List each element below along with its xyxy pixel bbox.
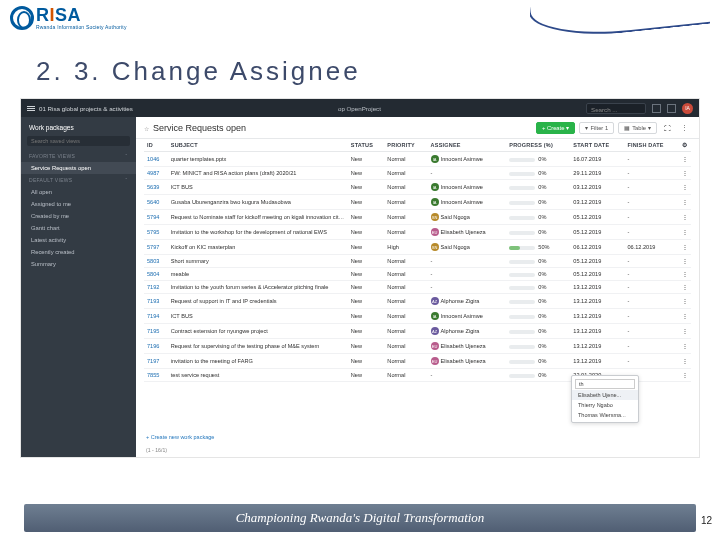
cell-id[interactable]: 5794 [144,210,168,225]
table-row[interactable]: 5797 Kickoff on KIC masterplan New High … [144,240,691,255]
cell-priority[interactable]: Normal [384,281,427,294]
cell-finish[interactable]: - [624,255,679,268]
project-title[interactable]: 01 Risa global projects & activities [39,105,133,112]
table-row[interactable]: 5804 meable New Normal - 0% 05.12.2019 -… [144,268,691,281]
cell-id[interactable]: 7196 [144,339,168,354]
table-row[interactable]: 7192 Invitation to the youth forum serie… [144,281,691,294]
cell-status[interactable]: New [348,225,385,240]
cell-finish[interactable]: 06.12.2019 [624,240,679,255]
table-row[interactable]: 7196 Request for supervising of the test… [144,339,691,354]
cell-progress[interactable]: 0% [506,339,570,354]
cell-status[interactable]: New [348,294,385,309]
cell-id[interactable]: 7193 [144,294,168,309]
cell-row-menu[interactable]: ⋮ [679,152,691,167]
cell-priority[interactable]: Normal [384,255,427,268]
cell-start[interactable]: 06.12.2019 [570,240,624,255]
cell-priority[interactable]: Normal [384,210,427,225]
cell-subject[interactable]: Kickoff on KIC masterplan [168,240,348,255]
cell-progress[interactable]: 0% [506,210,570,225]
cell-priority[interactable]: Normal [384,180,427,195]
cell-subject[interactable]: meable [168,268,348,281]
cell-assignee[interactable]: IAInnocent Asimwe [428,195,507,210]
cell-finish[interactable]: - [624,195,679,210]
table-row[interactable]: 4987 FW: MINICT and RISA action plans (d… [144,167,691,180]
cell-subject[interactable]: quarter templates.pptx [168,152,348,167]
cell-finish[interactable]: - [624,294,679,309]
create-button[interactable]: + Create ▾ [536,122,575,134]
sidebar-item-latest[interactable]: Latest activity [21,234,136,246]
col-priority[interactable]: PRIORITY [384,139,427,152]
filter-button[interactable]: ▾ Filter 1 [579,122,614,134]
table-row[interactable]: 5794 Request to Nominate staff for kicko… [144,210,691,225]
cell-priority[interactable]: Normal [384,294,427,309]
cell-status[interactable]: New [348,255,385,268]
cell-status[interactable]: New [348,339,385,354]
cell-row-menu[interactable]: ⋮ [679,369,691,382]
module-label[interactable]: Work packages [21,121,136,134]
cell-id[interactable]: 4987 [144,167,168,180]
cell-row-menu[interactable]: ⋮ [679,240,691,255]
sidebar-item-service-requests[interactable]: Service Requests open [21,162,136,174]
fullscreen-icon[interactable]: ⛶ [661,125,674,132]
col-progress[interactable]: PROGRESS (%) [506,139,570,152]
table-row[interactable]: 5639 ICT BUS New Normal IAInnocent Asimw… [144,180,691,195]
cell-id[interactable]: 5804 [144,268,168,281]
cell-progress[interactable]: 0% [506,309,570,324]
cell-priority[interactable]: Normal [384,195,427,210]
global-search-input[interactable]: Search ... [586,103,646,114]
cell-priority[interactable]: Normal [384,309,427,324]
col-subject[interactable]: SUBJECT [168,139,348,152]
cell-id[interactable]: 5803 [144,255,168,268]
cell-priority[interactable]: Normal [384,324,427,339]
cell-row-menu[interactable]: ⋮ [679,225,691,240]
sidebar-item-created[interactable]: Created by me [21,210,136,222]
cell-status[interactable]: New [348,324,385,339]
cell-progress[interactable]: 0% [506,354,570,369]
cell-subject[interactable]: FW: MINICT and RISA action plans (draft)… [168,167,348,180]
sidebar-item-all-open[interactable]: All open [21,186,136,198]
cell-subject[interactable]: ICT BUS [168,180,348,195]
cell-status[interactable]: New [348,167,385,180]
cell-id[interactable]: 7195 [144,324,168,339]
cell-progress[interactable]: 0% [506,294,570,309]
cell-finish[interactable]: - [624,167,679,180]
cell-row-menu[interactable]: ⋮ [679,210,691,225]
cell-progress[interactable]: 0% [506,152,570,167]
create-wp-link[interactable]: + Create new work package [146,434,214,440]
cell-assignee[interactable]: IAInnocent Asimwe [428,309,507,324]
cell-start[interactable]: 03.12.2019 [570,180,624,195]
cell-progress[interactable]: 0% [506,255,570,268]
cell-assignee[interactable]: IAInnocent Asimwe [428,180,507,195]
cell-priority[interactable]: Normal [384,369,427,382]
table-row[interactable]: 7193 Request of support in IT and IP cre… [144,294,691,309]
dropdown-option[interactable]: Thierry Ngabo [572,400,638,410]
cell-status[interactable]: New [348,281,385,294]
cell-progress[interactable]: 50% [506,240,570,255]
cell-finish[interactable]: - [624,354,679,369]
cell-start[interactable]: 13.12.2019 [570,309,624,324]
cell-start[interactable]: 13.12.2019 [570,294,624,309]
cell-assignee[interactable]: - [428,281,507,294]
col-assignee[interactable]: ASSIGNEE [428,139,507,152]
cell-id[interactable]: 7194 [144,309,168,324]
cell-subject[interactable]: Contract extension for nyungwe project [168,324,348,339]
cell-subject[interactable]: ICT BUS [168,309,348,324]
cell-assignee[interactable]: AZAlphonse Zigira [428,294,507,309]
cell-status[interactable]: New [348,240,385,255]
cell-assignee[interactable]: EUElisabeth Ujeneza [428,339,507,354]
cell-status[interactable]: New [348,268,385,281]
hamburger-icon[interactable] [27,105,35,112]
sidebar-search-input[interactable] [27,136,130,146]
cell-start[interactable]: 16.07.2019 [570,152,624,167]
cell-assignee[interactable]: EUElisabeth Ujeneza [428,354,507,369]
cell-id[interactable]: 5639 [144,180,168,195]
cell-row-menu[interactable]: ⋮ [679,180,691,195]
cell-subject[interactable]: Short summary [168,255,348,268]
cell-start[interactable]: 03.12.2019 [570,195,624,210]
help-icon[interactable] [667,104,676,113]
table-row[interactable]: 5803 Short summary New Normal - 0% 05.12… [144,255,691,268]
dropdown-input[interactable]: th [575,379,635,389]
cell-start[interactable]: 05.12.2019 [570,268,624,281]
col-start[interactable]: START DATE [570,139,624,152]
star-icon[interactable]: ☆ [144,125,149,132]
